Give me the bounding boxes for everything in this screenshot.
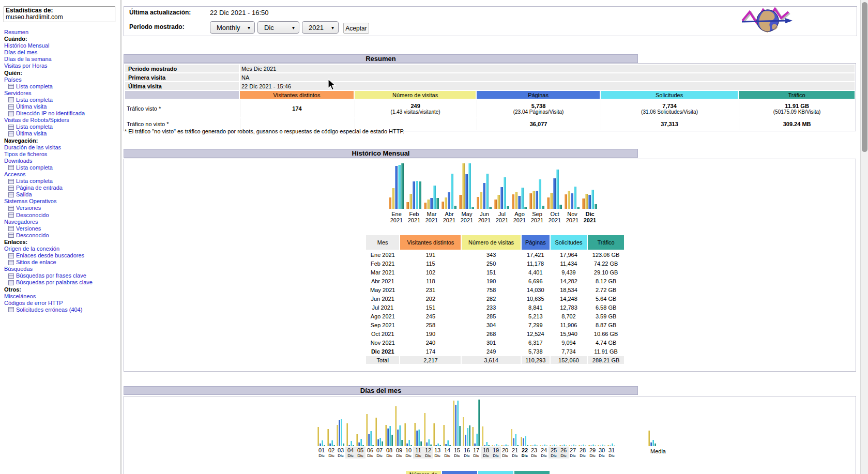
sidebar-link[interactable]: Accesos [4, 171, 118, 178]
monthly-history-chart [389, 161, 601, 209]
sidebar-link[interactable]: Visitas por Horas [4, 63, 118, 69]
sidebar-link[interactable]: Días del mes [4, 49, 118, 56]
sidebar-link[interactable]: Países [4, 77, 118, 83]
sidebar-sublink[interactable]: Desconocido [16, 212, 49, 219]
sidebar-sublink[interactable]: Última visita [16, 103, 47, 110]
monthly-bar-group [441, 174, 457, 209]
day-label: 07Dic [374, 447, 385, 458]
sidebar-subitem[interactable]: Sitios de enlace [4, 259, 118, 266]
sidebar-sublink[interactable]: Búsquedas por palabras clave [16, 279, 93, 286]
sidebar-sublink[interactable]: Solicitudes erróneas (404) [16, 307, 82, 313]
sidebar-subitem[interactable]: Última visita [4, 103, 118, 110]
bar [451, 174, 453, 209]
sidebar-sublink[interactable]: Lista completa [16, 124, 53, 130]
bar [534, 445, 536, 446]
sidebar-subitem[interactable]: Versiones [4, 225, 118, 232]
table-row: May 202123175814,03018,5342.72 GB [366, 286, 624, 294]
bar [389, 197, 391, 209]
sidebar-subitem[interactable]: Lista completa [4, 97, 118, 103]
day-label: 24Dic [539, 447, 549, 458]
sidebar-link[interactable]: Histórico Mensual [4, 42, 118, 49]
table-cell: 110,293 [522, 356, 550, 364]
sidebar-subitem[interactable]: Lista completa [4, 164, 118, 171]
sidebar-subitem[interactable]: Última visita [4, 130, 118, 137]
sidebar-link[interactable]: Días de la semana [4, 56, 118, 63]
sidebar-subitem[interactable]: Desconocido [4, 212, 118, 219]
sidebar-sublink[interactable]: Enlaces desde buscadores [16, 252, 84, 259]
sidebar-link[interactable]: Sistemas Operativos [4, 198, 118, 205]
chevron-down-icon: ▾ [331, 25, 334, 30]
month-label: Dic2021 [581, 211, 599, 223]
sidebar-subitem[interactable]: Desconocido [4, 232, 118, 239]
table-cell: 12,524 [522, 330, 550, 338]
sidebar-sublink[interactable]: Desconocido [16, 232, 49, 239]
sidebar-link[interactable]: Servidores [4, 90, 118, 97]
sidebar-sublink[interactable]: Búsquedas por frases clave [16, 272, 86, 279]
day-bar-group [559, 445, 568, 446]
sidebar-subitem[interactable]: Lista completa [4, 178, 118, 185]
year-select[interactable]: 2021 ▾ [302, 21, 339, 34]
sidebar-sublink[interactable]: Versiones [16, 205, 41, 211]
awstats-logo-icon [741, 7, 795, 34]
site-title-box: Estadísticas de: museo.hardlimit.com [4, 6, 115, 22]
day-label: 04Dic [345, 447, 356, 458]
vertical-scrollbar[interactable] [860, 0, 868, 474]
period-type-select[interactable]: Monthly ▾ [210, 21, 255, 34]
sidebar-sublink[interactable]: Página de entrada [16, 185, 63, 191]
sidebar-link[interactable]: Resumen [4, 29, 118, 36]
sidebar-sublink[interactable]: Lista completa [16, 83, 53, 90]
sidebar-link[interactable]: Búsquedas [4, 266, 118, 272]
mouse-cursor-icon [328, 79, 336, 91]
table-row: Dic 20211742495,7387,73411.91 GB [366, 347, 624, 355]
table-cell: 6,696 [522, 277, 550, 285]
sidebar-link[interactable]: Navegadores [4, 219, 118, 225]
bar [414, 423, 416, 446]
bar [317, 427, 319, 446]
sidebar-subitem[interactable]: Dirección IP no identificada [4, 110, 118, 117]
sidebar-link[interactable]: Origen de la conexión [4, 246, 118, 252]
monthly-bar-group [424, 186, 439, 209]
sidebar-sublink[interactable]: Dirección IP no identificada [16, 110, 85, 117]
table-cell: 8,702 [551, 312, 587, 320]
sidebar-sublink[interactable]: Versiones [16, 225, 41, 232]
sidebar-sublink[interactable]: Lista completa [16, 97, 53, 103]
sidebar-link[interactable]: Tipos de ficheros [4, 151, 118, 158]
sidebar-sublink[interactable]: Lista completa [16, 178, 53, 185]
sidebar-subitem[interactable]: Búsquedas por palabras clave [4, 279, 118, 286]
sidebar-link[interactable]: Downloads [4, 158, 118, 164]
sidebar-subitem[interactable]: Página de entrada [4, 185, 118, 191]
day-bar-group [453, 401, 461, 446]
sidebar-link[interactable]: Duración de las visitas [4, 144, 118, 151]
bar [542, 446, 543, 446]
sidebar-subitem[interactable]: Versiones [4, 205, 118, 211]
bar [482, 426, 483, 446]
month-select[interactable]: Dic ▾ [257, 21, 299, 34]
sidebar-subitem[interactable]: Salida [4, 191, 118, 198]
monthly-section-title: Histórico Mensual [124, 149, 638, 158]
sidebar-subitem[interactable]: Lista completa [4, 124, 118, 130]
bar [511, 429, 512, 446]
sidebar-sublink[interactable]: Lista completa [16, 164, 53, 171]
sidebar-subitem[interactable]: Búsquedas por frases clave [4, 272, 118, 279]
info-label: Última visita [125, 82, 239, 90]
bar [547, 197, 550, 209]
table-row: Ene 202119134317,42117,964123.06 GB [366, 251, 624, 258]
day-label: 30Dic [597, 447, 607, 458]
info-label: Primera visita [125, 73, 239, 81]
accept-button[interactable]: Aceptar [343, 23, 369, 34]
sidebar-subitem[interactable]: Solicitudes erróneas (404) [4, 307, 118, 313]
sidebar-sublink[interactable]: Última visita [16, 130, 47, 137]
bar [468, 163, 471, 209]
sidebar-link[interactable]: Misceláneos [4, 293, 118, 300]
scrollbar-thumb[interactable] [862, 2, 867, 152]
sidebar-link[interactable]: Códigos de error HTTP [4, 300, 118, 307]
sidebar-subitem[interactable]: Enlaces desde buscadores [4, 252, 118, 259]
value-main: 174 [242, 105, 352, 112]
sidebar-sublink[interactable]: Sitios de enlace [16, 259, 56, 266]
sidebar-subitem[interactable]: Lista completa [4, 83, 118, 90]
bar [370, 431, 372, 446]
sidebar-link[interactable]: Visitas de Robots/Spiders [4, 117, 118, 124]
day-label: 20Dic [500, 447, 510, 458]
sidebar-sublink[interactable]: Salida [16, 191, 32, 198]
bar [550, 193, 553, 209]
